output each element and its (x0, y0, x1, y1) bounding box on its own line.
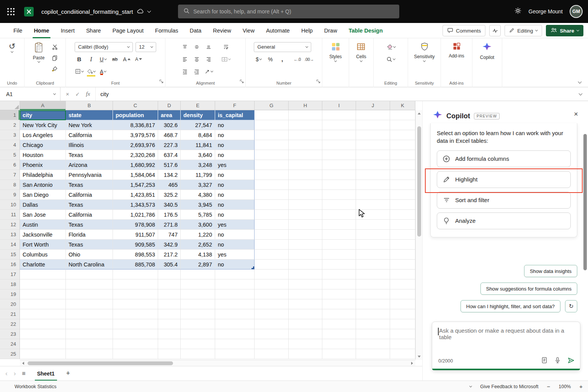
cell-I4[interactable] (322, 140, 356, 150)
row-header-14[interactable]: 14 (0, 240, 20, 250)
cell-C14[interactable]: 909,585 (113, 240, 158, 250)
cell-C25[interactable] (113, 349, 158, 359)
cell-G10[interactable] (255, 200, 289, 210)
cell-B10[interactable]: Texas (66, 200, 113, 210)
row-header-1[interactable]: 1 (0, 110, 20, 120)
cell-G7[interactable] (255, 170, 289, 180)
clear-button[interactable] (386, 42, 395, 52)
cell-C4[interactable]: 2,693,976 (113, 140, 158, 150)
zoom-out-icon[interactable]: − (547, 383, 550, 390)
cell-C10[interactable]: 1,343,573 (113, 200, 158, 210)
text-orientation-button[interactable] (204, 67, 213, 76)
microphone-icon[interactable] (554, 356, 561, 366)
cell-B6[interactable]: Arizona (66, 160, 113, 170)
find-select-button[interactable] (386, 55, 395, 64)
cell-J23[interactable] (356, 329, 390, 339)
grid-vertical-scrollbar[interactable] (415, 110, 422, 360)
cell-F14[interactable]: no (215, 240, 255, 250)
cell-G19[interactable] (255, 289, 289, 299)
column-header-J[interactable]: J (356, 101, 390, 110)
confirm-entry-icon[interactable]: ✓ (75, 91, 80, 97)
cell-I17[interactable] (322, 270, 356, 279)
align-bottom-icon[interactable] (204, 42, 213, 52)
align-center-icon[interactable] (192, 55, 201, 64)
copilot-option-analyze[interactable]: Analyze (437, 212, 571, 229)
scroll-down-icon[interactable] (416, 356, 422, 358)
cell-I9[interactable] (322, 190, 356, 200)
cell-G22[interactable] (255, 319, 289, 329)
row-header-24[interactable]: 24 (0, 339, 20, 349)
cell-D14[interactable]: 342.9 (158, 240, 181, 250)
cell-A19[interactable] (20, 289, 66, 299)
row-header-16[interactable]: 16 (0, 260, 20, 270)
cell-F17[interactable] (215, 270, 255, 279)
cell-G18[interactable] (255, 279, 289, 289)
cell-I21[interactable] (322, 309, 356, 319)
cell-H12[interactable] (289, 220, 322, 230)
cell-I3[interactable] (322, 130, 356, 140)
send-icon[interactable] (567, 357, 575, 366)
settings-gear-icon[interactable] (514, 7, 522, 16)
cell-B20[interactable] (66, 299, 113, 309)
menu-tab-data[interactable]: Data (184, 23, 207, 38)
cell-K24[interactable] (390, 339, 415, 349)
cell-F19[interactable] (215, 289, 255, 299)
cell-B8[interactable]: Texas (66, 180, 113, 190)
sheet-tab-sheet1[interactable]: Sheet1 (32, 366, 60, 381)
cell-G4[interactable] (255, 140, 289, 150)
cell-H14[interactable] (289, 240, 322, 250)
pane-scroll-thumb[interactable] (583, 134, 587, 270)
cell-K4[interactable] (390, 140, 415, 150)
cell-A7[interactable]: Philadelphia (20, 170, 66, 180)
cell-F22[interactable] (215, 319, 255, 329)
cell-J13[interactable] (356, 230, 390, 240)
menu-tab-share[interactable]: Share (80, 23, 107, 38)
cell-H24[interactable] (289, 339, 322, 349)
cell-F11[interactable]: no (215, 210, 255, 220)
cell-A13[interactable]: Jacksonville (20, 230, 66, 240)
shrink-font-button[interactable]: A (134, 55, 143, 64)
cell-J6[interactable] (356, 160, 390, 170)
cell-E10[interactable]: 3,945 (181, 200, 215, 210)
cell-J15[interactable] (356, 250, 390, 260)
font-dialog-launcher-icon[interactable] (159, 78, 163, 85)
cell-E13[interactable]: 1,220 (181, 230, 215, 240)
cell-C22[interactable] (113, 319, 158, 329)
cell-C2[interactable]: 8,336,817 (113, 120, 158, 130)
formula-input[interactable]: city (96, 91, 579, 97)
cell-K8[interactable] (390, 180, 415, 190)
cell-E12[interactable]: 3,600 (181, 220, 215, 230)
row-header-18[interactable]: 18 (0, 279, 20, 289)
cell-B4[interactable]: Illinois (66, 140, 113, 150)
cell-A22[interactable] (20, 319, 66, 329)
cell-B14[interactable]: Texas (66, 240, 113, 250)
cell-E22[interactable] (181, 319, 215, 329)
row-header-22[interactable]: 22 (0, 319, 20, 329)
column-header-A[interactable]: A (20, 101, 66, 110)
cell-D4[interactable]: 227.3 (158, 140, 181, 150)
insert-function-icon[interactable]: fx (86, 91, 90, 97)
select-all-corner[interactable] (0, 101, 20, 110)
cell-I1[interactable] (322, 110, 356, 120)
comma-format-button[interactable]: , (278, 55, 287, 64)
cell-B2[interactable]: New York (66, 120, 113, 130)
cell-K11[interactable] (390, 210, 415, 220)
copy-button[interactable] (50, 53, 59, 62)
cell-A5[interactable]: Houston (20, 150, 66, 160)
menu-tab-automate[interactable]: Automate (260, 23, 296, 38)
cell-G20[interactable] (255, 299, 289, 309)
cell-K7[interactable] (390, 170, 415, 180)
cells-button[interactable]: Cells (356, 41, 366, 62)
cell-J10[interactable] (356, 200, 390, 210)
cell-D20[interactable] (158, 299, 181, 309)
cell-E11[interactable]: 5,785 (181, 210, 215, 220)
cell-H25[interactable] (289, 349, 322, 359)
cell-K3[interactable] (390, 130, 415, 140)
cell-K12[interactable] (390, 220, 415, 230)
cell-G3[interactable] (255, 130, 289, 140)
app-launcher-icon[interactable] (7, 8, 15, 15)
cell-H8[interactable] (289, 180, 322, 190)
expand-formula-bar-icon[interactable] (579, 91, 583, 95)
cell-J9[interactable] (356, 190, 390, 200)
cell-E19[interactable] (181, 289, 215, 299)
